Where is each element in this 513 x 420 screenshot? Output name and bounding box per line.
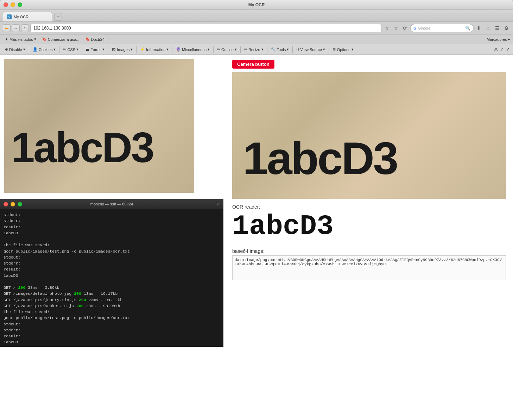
base64-label: base64 image:	[232, 248, 506, 254]
bookmark-icon-2: 🔖	[42, 37, 47, 42]
terminal-line-15: stdout:	[4, 321, 220, 327]
terminal-line-6: The file was saved!	[4, 242, 220, 248]
toolbar-information[interactable]: ⚡ Information ▾	[138, 46, 171, 52]
bookmark-icon-3: 🔖	[85, 37, 90, 42]
terminal-get-2: GET /images/defaul_photo.jpg 200 13ms - …	[4, 291, 220, 297]
forward-button[interactable]: →	[12, 24, 20, 32]
tab-favicon: ⊙	[7, 14, 12, 19]
camera-button[interactable]: Camera button	[232, 60, 274, 69]
home-icon[interactable]: ⌂	[484, 24, 492, 32]
base64-input[interactable]	[232, 255, 506, 280]
star-icon: ★	[5, 37, 8, 42]
toolbar-options[interactable]: ⚙ Options ▾	[330, 46, 356, 52]
toolbar-check2-icon[interactable]: ✓	[506, 46, 510, 53]
toolbar-close-icon[interactable]: ✕	[494, 46, 498, 53]
outline-arrow-icon: ▾	[235, 47, 237, 52]
toolbar-check-icon[interactable]: ✓	[500, 46, 504, 53]
terminal-line-14: gocr public/images/test.png -o public/im…	[4, 315, 220, 321]
bookmark-comenzar[interactable]: 🔖 Comenzar a usa...	[40, 36, 82, 42]
maximize-button[interactable]	[18, 2, 22, 7]
address-input[interactable]: 192.168.1.130:3000	[30, 24, 381, 32]
back-button[interactable]: ⬅	[3, 24, 11, 32]
toolbar-images-label: Images	[117, 47, 129, 52]
misc-arrow-icon: ▾	[208, 47, 210, 52]
search-input[interactable]: G Google 🔍	[410, 24, 474, 32]
right-panel: Camera button 1abcD3 OCR reader: 1abcD3 …	[225, 55, 513, 420]
separator-9	[267, 46, 267, 53]
dropdown-arrow-icon: ▾	[34, 37, 36, 42]
base64-section: base64 image:	[232, 246, 506, 281]
images-icon: 🖼	[112, 47, 116, 52]
bookmark-doctr24[interactable]: 🔖 Doctr24	[83, 36, 107, 42]
resize-arrow-icon: ▾	[261, 47, 264, 52]
terminal-expand-icon[interactable]: ⤢	[216, 202, 220, 206]
tools-icon: 🔧	[271, 47, 276, 52]
toolbar-forms[interactable]: ☰ Forms ▾	[84, 46, 107, 52]
tools-arrow-icon: ▾	[287, 47, 289, 52]
bookmark-label-3: Doctr24	[91, 37, 105, 42]
toolbar-cookies[interactable]: 👤 Cookies ▾	[31, 46, 58, 52]
information-arrow-icon: ▾	[166, 47, 169, 52]
toolbar-outline[interactable]: ✏ Outline ▾	[215, 46, 239, 52]
terminal-maximize-button[interactable]	[18, 202, 22, 206]
terminal-body: stdout: stderr: result: 1abcD3 The file …	[0, 209, 223, 347]
terminal-close-button[interactable]	[4, 202, 8, 206]
toolbar-misc-label: Miscellaneous	[182, 47, 207, 52]
marcadores-arrow-icon: ▸	[508, 37, 510, 42]
tab-bar: ⊙ My OCR +	[0, 10, 513, 22]
separator-8	[240, 46, 241, 53]
ocr-result-text: 1abcD3	[232, 211, 506, 242]
reload-icon[interactable]: ⟳	[401, 24, 409, 32]
separator-10	[292, 46, 293, 53]
url-text: 192.168.1.130:3000	[33, 26, 71, 31]
misc-icon: 🔮	[176, 47, 181, 52]
options-icon: ⚙	[332, 47, 336, 52]
terminal-get-4: GET /javascripts/socket.io.js 200 28ms -…	[4, 303, 220, 309]
bookmark-list-icon[interactable]: ☆	[392, 24, 400, 32]
traffic-lights	[4, 2, 22, 7]
webcam-overlay-text: 1abcD3	[11, 123, 153, 172]
bookmark-star-icon[interactable]: ☆	[383, 24, 391, 32]
terminal-line-11: 1abcD3	[4, 273, 220, 279]
minimize-button[interactable]	[11, 2, 15, 7]
terminal-line-12	[4, 279, 220, 285]
refresh-button[interactable]: ↻	[21, 24, 29, 32]
bookmark-label-1: Más visitados	[10, 37, 33, 42]
toolbar-miscellaneous[interactable]: 🔮 Miscellaneous ▾	[174, 46, 212, 52]
terminal-line-7: gocr public/images/test.png -o public/im…	[4, 248, 220, 254]
separator-1	[29, 46, 29, 53]
terminal-minimize-button[interactable]	[11, 202, 15, 206]
toolbar-outline-label: Outline	[221, 47, 234, 52]
resize-icon: ✏	[244, 47, 247, 52]
terminal-line-9: stderr:	[4, 260, 220, 266]
captured-photo: 1abcD3	[232, 72, 506, 199]
options-arrow-icon: ▾	[352, 47, 354, 52]
settings-icon[interactable]: ⚙	[502, 24, 510, 32]
new-tab-button[interactable]: +	[54, 13, 62, 21]
download-icon[interactable]: ⬇	[475, 24, 483, 32]
terminal-line-2: stderr:	[4, 218, 220, 224]
terminal-line-18: 1abcD3	[4, 339, 220, 345]
toolbar-tools[interactable]: 🔧 Tools ▾	[269, 46, 291, 52]
toolbar-css[interactable]: ✏ CSS ▾	[61, 46, 81, 52]
forms-arrow-icon: ▾	[102, 47, 104, 52]
bookmarks-bar: ★ Más visitados ▾ 🔖 Comenzar a usa... 🔖 …	[0, 34, 513, 44]
toolbar-resize[interactable]: ✏ Resize ▾	[242, 46, 266, 52]
left-panel: 1abcD3 moncho — ssh — 80×24 ⤢ stdout: st…	[0, 55, 225, 420]
terminal-line-8: stdout:	[4, 254, 220, 260]
toolbar-disable[interactable]: ⊘ Disable ▾	[3, 46, 27, 52]
menu-icon[interactable]: ☰	[493, 24, 501, 32]
toolbar-images[interactable]: 🖼 Images ▾	[110, 46, 135, 52]
view-source-icon: ⟨⟩	[296, 47, 299, 52]
toolbar-view-source[interactable]: ⟨⟩ View Source ▾	[294, 46, 327, 52]
close-button[interactable]	[4, 2, 8, 7]
active-tab[interactable]: ⊙ My OCR	[3, 12, 52, 21]
bookmark-mas-visitados[interactable]: ★ Más visitados ▾	[3, 36, 38, 42]
webcam-view: 1abcD3	[4, 59, 194, 193]
terminal-traffic-lights	[4, 202, 22, 206]
marcadores-button[interactable]: Marcadores ▸	[487, 37, 510, 42]
disable-icon: ⊘	[5, 47, 8, 52]
separator-7	[213, 46, 214, 53]
separator-2	[59, 46, 59, 53]
toolbar-cookies-label: Cookies	[39, 47, 53, 52]
